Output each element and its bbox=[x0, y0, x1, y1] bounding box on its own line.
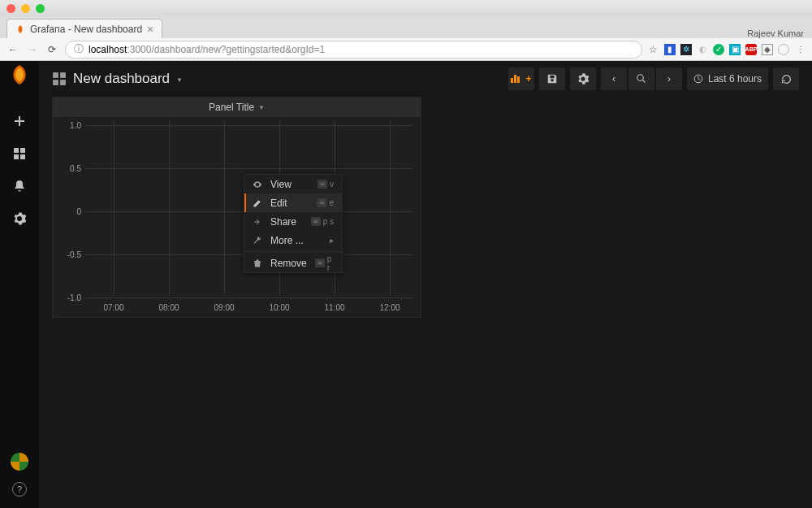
grafana-favicon-icon bbox=[15, 24, 25, 34]
x-tick-label: 12:00 bbox=[379, 303, 400, 312]
reload-button[interactable]: ⟳ bbox=[45, 44, 58, 55]
time-range-picker[interactable]: Last 6 hours bbox=[687, 67, 768, 90]
tab-title: Grafana - New dashboard bbox=[30, 24, 142, 35]
eye-icon bbox=[253, 180, 262, 189]
extension-icon[interactable]: ▣ bbox=[729, 44, 741, 55]
x-tick-label: 11:00 bbox=[324, 303, 344, 312]
react-devtools-icon[interactable]: ✲ bbox=[680, 44, 692, 55]
svg-rect-6 bbox=[53, 80, 58, 85]
chevron-down-icon: ▼ bbox=[258, 104, 265, 111]
browser-tab-strip: Grafana - New dashboard × Rajeev Kumar bbox=[0, 16, 812, 38]
svg-rect-4 bbox=[53, 72, 58, 78]
back-button[interactable]: ← bbox=[6, 44, 19, 55]
menu-item-remove[interactable]: Remove ⌨p r bbox=[244, 254, 342, 272]
chrome-profile-name[interactable]: Rajeev Kumar bbox=[739, 28, 812, 38]
keyboard-hint: ⌨e bbox=[317, 198, 334, 207]
user-avatar[interactable] bbox=[11, 453, 28, 471]
menu-label: Remove bbox=[270, 258, 307, 269]
submenu-arrow-icon: ▸ bbox=[330, 236, 334, 245]
graph-panel: Panel Title ▼ 1.0 0.5 0 -0.5 -1.0 bbox=[52, 97, 421, 318]
alerting-icon[interactable] bbox=[11, 178, 28, 194]
browser-tab[interactable]: Grafana - New dashboard × bbox=[6, 19, 162, 38]
dashboard-title-dropdown[interactable]: New dashboard ▼ bbox=[52, 71, 183, 87]
extension-icon[interactable]: ◆ bbox=[762, 44, 773, 55]
dashboard-grid-icon bbox=[52, 72, 67, 86]
extension-icon[interactable]: ✓ bbox=[713, 44, 724, 55]
save-dashboard-button[interactable] bbox=[539, 67, 565, 90]
menu-item-view[interactable]: View ⌨v bbox=[244, 175, 342, 193]
panel-title: Panel Title bbox=[209, 102, 254, 113]
edit-icon bbox=[253, 198, 262, 208]
svg-rect-7 bbox=[60, 80, 66, 85]
dashboard-main: New dashboard ▼ + ‹ › Last 6 hours bbox=[39, 61, 812, 508]
configuration-icon[interactable] bbox=[11, 211, 28, 227]
zoom-out-button[interactable] bbox=[628, 67, 654, 90]
menu-label: More ... bbox=[270, 235, 322, 246]
dashboard-settings-button[interactable] bbox=[570, 67, 596, 90]
bookmark-star-icon[interactable]: ☆ bbox=[649, 44, 658, 55]
chevron-down-icon: ▼ bbox=[176, 76, 183, 84]
url-port: :3000 bbox=[127, 44, 151, 55]
dashboard-title: New dashboard bbox=[73, 71, 170, 87]
url-path: /dashboard/new?gettingstarted&orgId=1 bbox=[151, 44, 325, 55]
help-icon[interactable]: ? bbox=[12, 482, 27, 497]
svg-rect-5 bbox=[60, 72, 66, 78]
menu-item-share[interactable]: Share ⌨p s bbox=[244, 212, 342, 231]
bar-chart-icon bbox=[511, 75, 520, 83]
chrome-menu-icon[interactable]: ⋮ bbox=[794, 44, 806, 55]
clock-icon bbox=[693, 74, 703, 84]
y-tick-label: -0.5 bbox=[57, 250, 81, 259]
y-tick-label: -1.0 bbox=[57, 293, 81, 302]
maximize-window-icon[interactable] bbox=[36, 4, 45, 13]
window-titlebar bbox=[0, 0, 812, 16]
time-range-back-button[interactable]: ‹ bbox=[601, 67, 627, 90]
keyboard-hint: ⌨v bbox=[317, 180, 334, 189]
close-window-icon[interactable] bbox=[6, 4, 15, 13]
x-tick-label: 07:00 bbox=[103, 303, 123, 312]
time-range-forward-button[interactable]: › bbox=[656, 67, 682, 90]
menu-item-edit[interactable]: Edit ⌨e bbox=[244, 193, 342, 212]
x-tick-label: 08:00 bbox=[158, 303, 179, 312]
adblock-icon[interactable]: ABP bbox=[745, 44, 757, 55]
svg-rect-2 bbox=[14, 154, 19, 159]
address-input[interactable]: ⓘ localhost:3000/dashboard/new?gettingst… bbox=[65, 41, 642, 59]
info-icon: ⓘ bbox=[74, 42, 84, 56]
svg-point-8 bbox=[637, 75, 644, 81]
menu-label: Edit bbox=[270, 198, 309, 209]
x-tick-label: 09:00 bbox=[214, 303, 234, 312]
url-host: localhost bbox=[89, 44, 127, 55]
grafana-logo-icon[interactable] bbox=[7, 63, 32, 87]
plot-area: 1.0 0.5 0 -0.5 -1.0 07:00 08:00 bbox=[53, 117, 421, 317]
share-icon bbox=[253, 217, 262, 227]
panel-context-menu: View ⌨v Edit ⌨e Share ⌨p s More ... ▸ Re… bbox=[244, 174, 343, 273]
traffic-lights bbox=[6, 4, 45, 13]
minimize-window-icon[interactable] bbox=[21, 4, 30, 13]
menu-item-more[interactable]: More ... ▸ bbox=[244, 231, 342, 250]
x-tick-label: 10:00 bbox=[269, 303, 289, 312]
close-tab-icon[interactable]: × bbox=[147, 23, 153, 36]
browser-toolbar: ← → ⟳ ⓘ localhost:3000/dashboard/new?get… bbox=[0, 38, 812, 61]
keyboard-hint: ⌨p s bbox=[311, 217, 334, 226]
extension-icon[interactable]: ◐ bbox=[697, 44, 708, 55]
svg-rect-0 bbox=[14, 148, 19, 153]
y-tick-label: 0.5 bbox=[57, 164, 81, 173]
menu-separator bbox=[244, 251, 342, 252]
refresh-button[interactable] bbox=[773, 67, 799, 90]
panel-title-dropdown[interactable]: Panel Title ▼ bbox=[53, 98, 421, 117]
dashboards-icon[interactable] bbox=[11, 145, 28, 162]
keyboard-hint: ⌨p r bbox=[315, 254, 334, 272]
extension-icon[interactable]: ▮ bbox=[664, 44, 676, 55]
svg-rect-1 bbox=[20, 148, 25, 153]
add-panel-button[interactable]: + bbox=[508, 67, 534, 90]
trash-icon bbox=[253, 258, 262, 268]
y-tick-label: 0 bbox=[57, 207, 81, 216]
grafana-app: ? New dashboard ▼ + ‹ › bbox=[0, 61, 812, 508]
wrench-icon bbox=[253, 236, 262, 245]
sidebar-nav: ? bbox=[0, 61, 39, 508]
extension-icons: ▮ ✲ ◐ ✓ ▣ ABP ◆ ⋮ bbox=[664, 44, 806, 55]
svg-rect-3 bbox=[20, 154, 25, 159]
forward-button: → bbox=[26, 44, 39, 55]
create-icon[interactable] bbox=[11, 113, 28, 129]
y-tick-label: 1.0 bbox=[57, 121, 81, 130]
extension-icon[interactable] bbox=[778, 44, 789, 55]
